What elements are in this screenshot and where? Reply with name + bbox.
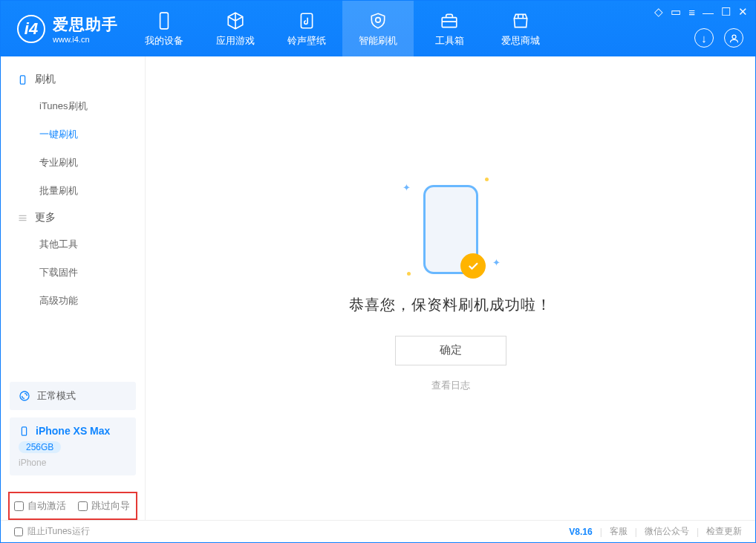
svg-rect-3 [442, 17, 457, 27]
nav-smart-flash[interactable]: 智能刷机 [342, 1, 414, 56]
footer-link-update[interactable]: 检查更新 [706, 525, 742, 538]
device-storage-badge: 256GB [19, 441, 61, 453]
music-file-icon [296, 10, 317, 31]
success-message: 恭喜您，保资料刷机成功啦！ [349, 295, 552, 315]
sidebar-item-download-firmware[interactable]: 下载固件 [1, 259, 145, 287]
theme-icon[interactable]: ◇ [654, 5, 663, 19]
svg-rect-5 [20, 75, 25, 83]
checkbox-skip-guide[interactable]: 跳过向导 [78, 499, 130, 513]
sidebar-item-batch-flash[interactable]: 批量刷机 [1, 177, 145, 205]
success-illustration: ✦ ✦ [423, 185, 478, 274]
sync-icon [19, 390, 30, 402]
footer-link-support[interactable]: 客服 [610, 525, 628, 538]
app-name-en: www.i4.cn [53, 35, 118, 44]
nav-store[interactable]: 爱思商城 [485, 1, 556, 56]
device-info[interactable]: iPhone XS Max 256GB iPhone [10, 417, 136, 475]
app-logo: i4 爱思助手 www.i4.cn [1, 14, 128, 44]
sidebar-item-oneclick-flash[interactable]: 一键刷机 [1, 120, 145, 149]
download-button[interactable]: ↓ [694, 28, 714, 48]
cube-icon [225, 10, 246, 31]
nav-my-device[interactable]: 我的设备 [128, 1, 200, 56]
ok-button[interactable]: 确定 [395, 336, 506, 365]
close-button[interactable]: ✕ [738, 5, 748, 19]
header: i4 爱思助手 www.i4.cn 我的设备 应用游戏 铃声壁纸 智能刷机 [1, 1, 755, 56]
list-icon [17, 212, 28, 224]
svg-point-2 [376, 17, 381, 22]
app-name-cn: 爱思助手 [53, 14, 118, 35]
sidebar-item-pro-flash[interactable]: 专业刷机 [1, 149, 145, 177]
checkbox-block-itunes[interactable]: 阻止iTunes运行 [14, 525, 90, 538]
checkbox-auto-activate[interactable]: 自动激活 [14, 499, 66, 513]
svg-rect-1 [301, 13, 312, 28]
nav-apps-games[interactable]: 应用游戏 [200, 1, 271, 56]
logo-icon: i4 [17, 15, 45, 43]
footer-link-wechat[interactable]: 微信公众号 [645, 525, 689, 538]
store-icon [510, 10, 531, 31]
main-content: ✦ ✦ 恭喜您，保资料刷机成功啦！ 确定 查看日志 [146, 56, 755, 520]
nav-toolbox[interactable]: 工具箱 [414, 1, 485, 56]
device-icon [154, 10, 175, 31]
svg-point-4 [732, 35, 736, 39]
phone-icon [17, 74, 28, 85]
phone-outline-icon [19, 426, 30, 437]
note-icon[interactable]: ▭ [671, 5, 681, 19]
sidebar-section-flash: 刷机 [1, 67, 145, 92]
maximize-button[interactable]: ☐ [721, 5, 731, 19]
header-action-buttons: ↓ [694, 28, 743, 48]
window-controls-top: ◇ ▭ ≡ — ☐ ✕ [654, 5, 748, 19]
sidebar: 刷机 iTunes刷机 一键刷机 专业刷机 批量刷机 更多 其他工具 下载固件 … [1, 56, 146, 520]
minimize-button[interactable]: — [703, 6, 714, 19]
device-panel: 正常模式 iPhone XS Max 256GB iPhone [1, 382, 145, 486]
svg-rect-7 [22, 426, 26, 435]
svg-point-6 [20, 391, 29, 400]
sidebar-item-advanced[interactable]: 高级功能 [1, 287, 145, 315]
sidebar-item-other-tools[interactable]: 其他工具 [1, 230, 145, 259]
menu-icon[interactable]: ≡ [688, 6, 695, 19]
version-label: V8.16 [569, 527, 592, 537]
nav-ringtone-wallpaper[interactable]: 铃声壁纸 [271, 1, 342, 56]
svg-rect-0 [160, 13, 169, 29]
view-log-link[interactable]: 查看日志 [431, 379, 470, 392]
main-nav: 我的设备 应用游戏 铃声壁纸 智能刷机 工具箱 爱思商城 [128, 1, 556, 56]
check-icon [460, 253, 486, 279]
footer: 阻止iTunes运行 V8.16 | 客服 | 微信公众号 | 检查更新 [1, 520, 755, 542]
toolbox-icon [439, 10, 460, 31]
sidebar-item-itunes-flash[interactable]: iTunes刷机 [1, 92, 145, 120]
highlighted-options: 自动激活 跳过向导 [8, 492, 137, 520]
shield-icon [368, 10, 388, 31]
device-mode[interactable]: 正常模式 [10, 382, 136, 410]
account-button[interactable] [724, 28, 743, 48]
sidebar-section-more: 更多 [1, 205, 145, 230]
